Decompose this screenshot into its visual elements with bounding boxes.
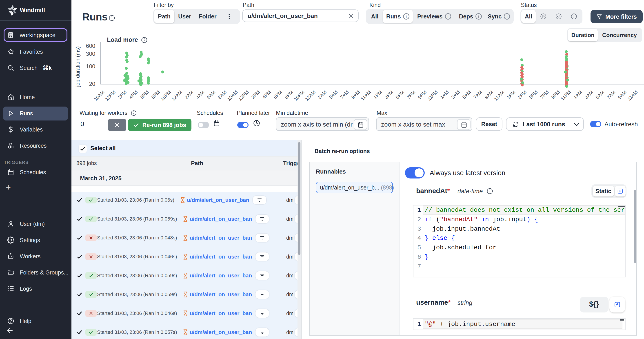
svg-text:11AM: 11AM (626, 90, 638, 101)
svg-text:7AM: 7AM (606, 90, 616, 100)
svg-text:1PM: 1PM (372, 90, 383, 100)
svg-text:3PM: 3PM (384, 90, 394, 100)
svg-text:6PM: 6PM (272, 90, 283, 100)
svg-text:10PM: 10PM (293, 90, 305, 101)
svg-text:9PM: 9PM (550, 90, 561, 100)
svg-text:6PM: 6PM (139, 90, 150, 100)
svg-text:9AM: 9AM (617, 90, 627, 100)
svg-text:9AM: 9AM (350, 90, 361, 100)
svg-text:6AM: 6AM (206, 90, 216, 100)
svg-text:3AM: 3AM (584, 90, 594, 100)
svg-text:9PM: 9PM (417, 90, 428, 100)
svg-text:job duration (ms): job duration (ms) (74, 46, 81, 87)
svg-text:1PM: 1PM (506, 90, 516, 100)
svg-text:12PM: 12PM (237, 90, 250, 101)
svg-text:2AM: 2AM (184, 90, 194, 100)
svg-text:8PM: 8PM (284, 90, 294, 100)
svg-text:12AM: 12AM (170, 90, 183, 101)
svg-text:10AM: 10AM (93, 90, 105, 101)
svg-text:3PM: 3PM (517, 90, 528, 100)
svg-text:5PM: 5PM (394, 90, 405, 100)
svg-text:4PM: 4PM (261, 90, 272, 100)
svg-text:5AM: 5AM (461, 90, 472, 100)
svg-text:8PM: 8PM (150, 90, 161, 100)
svg-text:11PM: 11PM (560, 90, 572, 101)
svg-text:2PM: 2PM (250, 90, 261, 100)
svg-text:10AM: 10AM (226, 90, 239, 101)
svg-text:7AM: 7AM (472, 90, 483, 100)
svg-text:1AM: 1AM (439, 90, 450, 100)
svg-text:3AM: 3AM (450, 90, 461, 100)
svg-text:100: 100 (86, 63, 95, 70)
svg-text:20: 20 (89, 81, 95, 87)
svg-text:600: 600 (86, 43, 95, 49)
svg-text:11AM: 11AM (493, 90, 505, 101)
svg-text:7PM: 7PM (406, 90, 416, 100)
svg-text:8AM: 8AM (217, 90, 228, 100)
svg-text:300: 300 (86, 51, 95, 57)
svg-text:7AM: 7AM (339, 90, 350, 100)
svg-text:11PM: 11PM (426, 90, 438, 101)
svg-text:2PM: 2PM (117, 90, 128, 100)
svg-text:4AM: 4AM (195, 90, 206, 100)
svg-text:5AM: 5AM (594, 90, 605, 100)
svg-text:10PM: 10PM (160, 90, 172, 101)
svg-text:12AM: 12AM (304, 90, 316, 101)
svg-text:9AM: 9AM (484, 90, 494, 100)
svg-text:5AM: 5AM (328, 90, 339, 100)
svg-text:3AM: 3AM (317, 90, 328, 100)
svg-text:12PM: 12PM (104, 90, 116, 101)
svg-text:1AM: 1AM (572, 90, 583, 100)
svg-text:11AM: 11AM (360, 90, 372, 101)
svg-text:7PM: 7PM (539, 90, 550, 100)
svg-text:5PM: 5PM (528, 90, 538, 100)
svg-text:4PM: 4PM (128, 90, 139, 100)
